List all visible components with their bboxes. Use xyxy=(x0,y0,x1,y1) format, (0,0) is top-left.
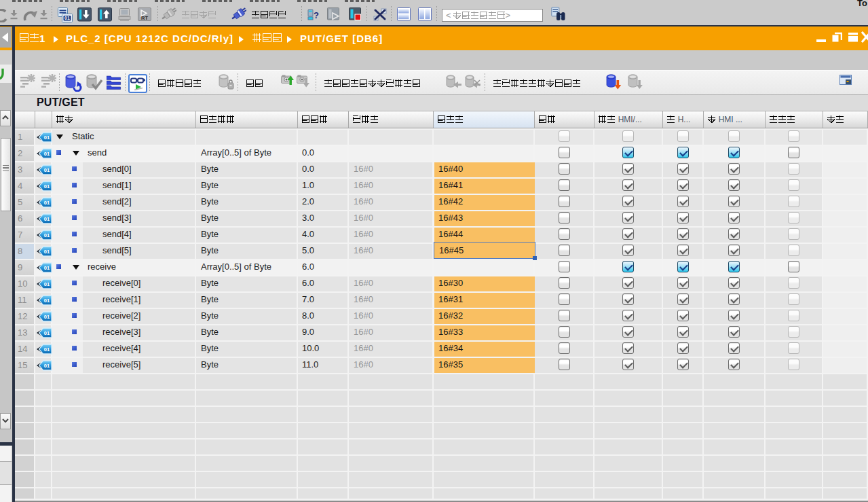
svg-text:01: 01 xyxy=(44,167,50,173)
svg-text:01: 01 xyxy=(44,330,50,336)
svg-text:01: 01 xyxy=(44,346,50,353)
svg-text:01: 01 xyxy=(44,281,50,287)
svg-text:01: 01 xyxy=(64,16,70,20)
svg-text:01: 01 xyxy=(44,298,50,304)
svg-text:?: ? xyxy=(314,10,319,20)
svg-text:01: 01 xyxy=(44,216,50,222)
svg-text:01: 01 xyxy=(44,151,50,157)
svg-text:01: 01 xyxy=(44,232,50,238)
svg-text:01: 01 xyxy=(44,249,50,255)
svg-text:01: 01 xyxy=(44,363,50,369)
svg-text:RT: RT xyxy=(141,15,148,21)
svg-text:01: 01 xyxy=(44,135,50,141)
svg-text:01: 01 xyxy=(44,183,50,190)
svg-text:01: 01 xyxy=(44,265,50,271)
svg-text:01: 01 xyxy=(44,200,50,206)
svg-text:01: 01 xyxy=(44,314,50,320)
